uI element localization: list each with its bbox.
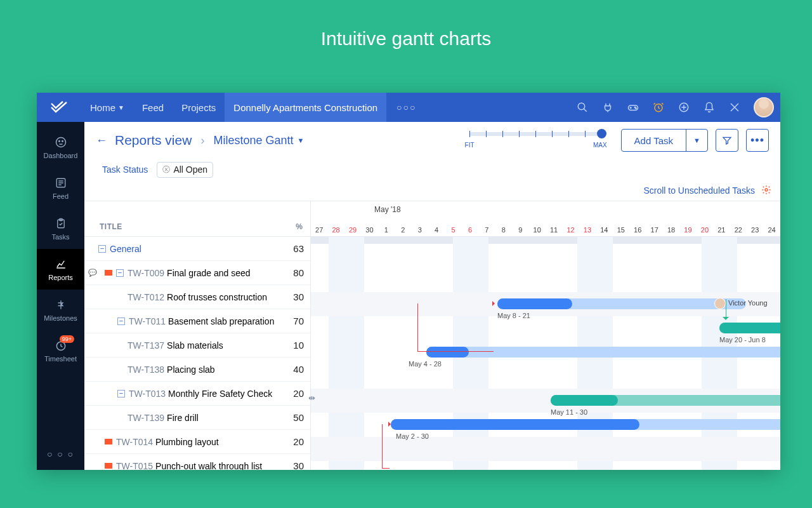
- breadcrumb-reports[interactable]: Reports view: [115, 133, 192, 148]
- day-header: 5: [445, 226, 461, 234]
- day-header: 6: [462, 226, 478, 234]
- badge-count: 99+: [60, 335, 74, 343]
- task-row[interactable]: −TW-T011Basement slab preparation70: [84, 309, 310, 333]
- zoom-fit-label: FIT: [465, 142, 475, 149]
- rail-dashboard[interactable]: Dashboard: [37, 127, 84, 168]
- bar-label: May 2 - 30: [396, 432, 429, 440]
- task-row[interactable]: TW-T139Fire drill50: [84, 406, 310, 430]
- rail-milestones[interactable]: Milestones: [37, 290, 84, 330]
- collapse-icon[interactable]: −: [98, 245, 106, 253]
- svg-point-3: [636, 108, 637, 109]
- tools-icon[interactable]: [722, 93, 747, 122]
- day-header: 22: [730, 226, 747, 234]
- gantt-bar-t139[interactable]: [391, 419, 780, 430]
- collapse-icon[interactable]: −: [117, 318, 125, 325]
- column-splitter-icon[interactable]: ⇹: [308, 393, 315, 403]
- view-label: Milestone Gantt: [213, 134, 293, 147]
- day-header: 1: [378, 226, 395, 234]
- bar-label: May 4 - 28: [409, 360, 442, 368]
- app-window: Home▼ Feed Projects Donnelly Apartments …: [37, 93, 780, 470]
- scroll-hint-row: Scroll to Unscheduled Tasks: [84, 180, 780, 201]
- task-row[interactable]: 💬−TW-T009Final grade and seed80: [84, 261, 310, 285]
- user-avatar[interactable]: [754, 97, 774, 117]
- collapse-icon[interactable]: −: [117, 390, 125, 398]
- day-header: 30: [361, 226, 377, 234]
- nav-projects[interactable]: Projects: [173, 93, 225, 122]
- bell-icon[interactable]: [697, 93, 722, 122]
- alarm-icon[interactable]: [646, 93, 671, 122]
- task-row[interactable]: −General63: [84, 237, 310, 261]
- gantt-bar-t013[interactable]: [551, 395, 780, 406]
- task-row[interactable]: TW-T014Plumbing layout20: [84, 430, 310, 454]
- timeline-panel[interactable]: May '18 27282930123456789101112131415161…: [311, 201, 780, 470]
- toolbar: ← Reports view › Milestone Gantt▼ FITMAX: [84, 122, 780, 159]
- assignee-name: Victor Young: [728, 299, 768, 307]
- add-task-button[interactable]: Add Task ▼: [621, 129, 708, 152]
- assignee-avatar[interactable]: [714, 298, 726, 309]
- zoom-knob[interactable]: [597, 129, 606, 138]
- plug-icon[interactable]: [595, 93, 620, 122]
- day-header: 8: [495, 226, 512, 234]
- rail-label: Feed: [53, 192, 69, 200]
- rail-tasks[interactable]: Tasks: [37, 208, 84, 249]
- day-header: 17: [646, 226, 662, 234]
- rail-label: Reports: [48, 274, 73, 281]
- scroll-to-unscheduled-link[interactable]: Scroll to Unscheduled Tasks: [643, 185, 755, 196]
- filter-chip-all-open[interactable]: ⓧAll Open: [157, 162, 213, 178]
- zoom-max-label: MAX: [593, 142, 607, 149]
- rail-timesheet[interactable]: 99+Timesheet: [37, 330, 84, 371]
- gantt-settings-icon[interactable]: [761, 185, 771, 197]
- search-icon[interactable]: [570, 93, 595, 122]
- day-header: 11: [546, 226, 562, 234]
- day-header: 9: [512, 226, 528, 234]
- collapse-icon[interactable]: −: [116, 269, 124, 277]
- rail-label: Timesheet: [44, 355, 77, 363]
- bar-label: May 11 - 30: [551, 408, 587, 416]
- nav-active-project[interactable]: Donnelly Apartments Construction: [225, 93, 386, 122]
- bar-label: May 20 - Jun 8: [719, 336, 766, 344]
- col-percent: %: [284, 222, 303, 231]
- svg-point-0: [578, 103, 585, 110]
- task-row[interactable]: TW-T137Slab materials10: [84, 333, 310, 358]
- breadcrumb-separator-icon: ›: [200, 134, 204, 147]
- chip-close-icon[interactable]: ⓧ: [162, 164, 170, 175]
- add-task-split-icon[interactable]: ▼: [686, 130, 707, 151]
- day-header: 27: [311, 226, 327, 234]
- nav-more-icon[interactable]: ○○○: [386, 102, 426, 112]
- day-header: 23: [747, 226, 763, 234]
- task-list-header: TITLE %: [84, 201, 310, 237]
- zoom-slider[interactable]: FITMAX: [465, 132, 607, 149]
- timeline-body: May 8 - 21 Victor Young May 20 - Jun 8: [311, 237, 780, 470]
- task-row[interactable]: TW-T015Punch-out walk through list30: [84, 454, 310, 470]
- rail-reports[interactable]: Reports: [37, 249, 84, 290]
- dependency-line: [382, 424, 390, 469]
- rail-more-icon[interactable]: ○ ○ ○: [47, 438, 74, 470]
- filter-icon[interactable]: [716, 129, 738, 152]
- gantt-bar-t012[interactable]: [497, 298, 746, 309]
- task-list-panel: TITLE % −General63💬−TW-T009Final grade a…: [84, 201, 311, 470]
- nav-feed[interactable]: Feed: [133, 93, 173, 122]
- rail-feed[interactable]: Feed: [37, 168, 84, 208]
- task-row[interactable]: TW-T138Placing slab40: [84, 358, 310, 382]
- task-row[interactable]: TW-T012Roof trusses construction30: [84, 285, 310, 309]
- filter-bar: Task Status ⓧAll Open: [84, 159, 780, 180]
- task-rows: −General63💬−TW-T009Final grade and seed8…: [84, 237, 310, 470]
- flag-icon: [105, 270, 112, 276]
- back-arrow-icon[interactable]: ←: [96, 134, 107, 147]
- more-options-icon[interactable]: •••: [746, 129, 769, 152]
- day-header: 16: [629, 226, 646, 234]
- gantt-bar-t011[interactable]: [719, 323, 780, 333]
- chip-label: All Open: [173, 164, 207, 175]
- app-logo-icon[interactable]: [37, 93, 81, 122]
- day-header: 13: [579, 226, 596, 234]
- day-header: 4: [428, 226, 445, 234]
- task-row[interactable]: −TW-T013Monthly Fire Safety Check20: [84, 382, 310, 406]
- svg-point-6: [56, 138, 65, 147]
- nav-home[interactable]: Home▼: [81, 93, 133, 122]
- view-dropdown[interactable]: Milestone Gantt▼: [213, 134, 304, 147]
- gamepad-icon[interactable]: [620, 93, 646, 122]
- top-nav: Home▼ Feed Projects Donnelly Apartments …: [37, 93, 780, 122]
- filter-task-status[interactable]: Task Status: [102, 164, 148, 175]
- day-header: 15: [613, 226, 629, 234]
- plus-circle-icon[interactable]: [671, 93, 697, 122]
